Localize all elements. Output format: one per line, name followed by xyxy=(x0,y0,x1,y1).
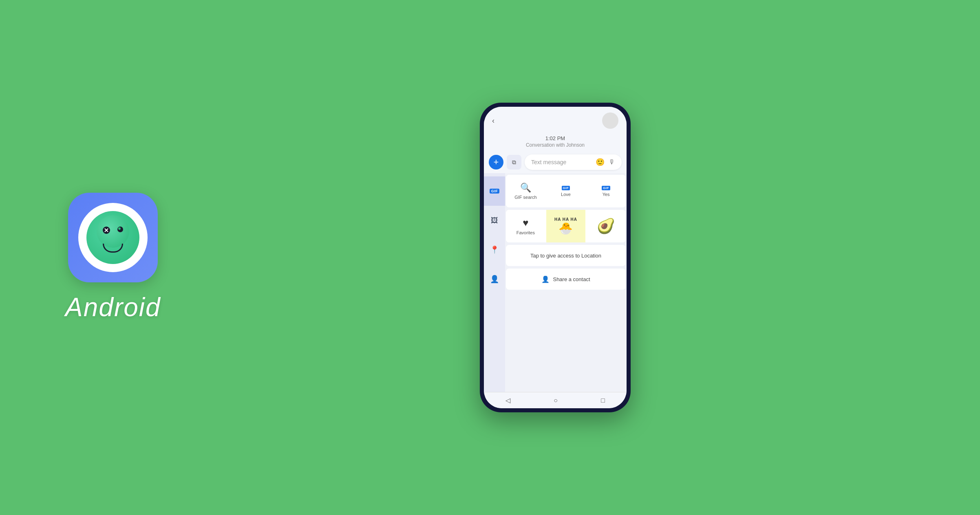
robot-left-eye xyxy=(103,227,110,234)
avocado-sticker: 🥑 xyxy=(597,218,615,235)
phone-screen: ‹ 1:02 PM Conversation with Johnson + ⧉ … xyxy=(484,107,627,408)
sidebar-item-gif[interactable]: GIF xyxy=(484,176,505,206)
text-input-field[interactable]: Text message 🙂 🎙 xyxy=(525,154,622,170)
gif-yes-badge: GIF xyxy=(602,186,610,190)
phone-outer-shell: ‹ 1:02 PM Conversation with Johnson + ⧉ … xyxy=(480,103,631,412)
favorites-cell[interactable]: ♥ Favorites xyxy=(506,210,545,242)
back-arrow-icon[interactable]: ‹ xyxy=(492,117,494,125)
gif-love-cell[interactable]: GIF Love xyxy=(546,175,586,207)
conversation-header: 1:02 PM Conversation with Johnson xyxy=(484,130,627,151)
android-nav-bar: ◁ ○ □ xyxy=(484,392,627,408)
left-branding-section: Android xyxy=(65,193,161,322)
sticker-icon: 🖼 xyxy=(491,216,498,225)
content-area: 🔍 GIF search GIF Love GIF Yes xyxy=(505,173,627,392)
robot-eyes xyxy=(86,227,139,234)
conversation-subtitle: Conversation with Johnson xyxy=(484,142,627,148)
gif-badge-icon: GIF xyxy=(490,189,500,194)
location-icon: 📍 xyxy=(490,245,499,254)
add-button[interactable]: + xyxy=(489,155,503,169)
home-nav-icon[interactable]: ○ xyxy=(554,397,558,404)
gif-love-label: Love xyxy=(561,192,571,197)
sidebar-item-location[interactable]: 📍 xyxy=(484,235,505,264)
app-icon xyxy=(68,193,158,282)
gif-search-cell[interactable]: 🔍 GIF search xyxy=(506,175,545,207)
location-row[interactable]: Tap to give access to Location xyxy=(506,245,626,266)
gif-search-label: GIF search xyxy=(514,195,536,200)
phone-mockup: ‹ 1:02 PM Conversation with Johnson + ⧉ … xyxy=(480,103,631,412)
recents-nav-icon[interactable]: □ xyxy=(601,397,605,404)
copy-icon: ⧉ xyxy=(512,159,516,166)
gif-yes-cell[interactable]: GIF Yes xyxy=(586,175,626,207)
copy-button[interactable]: ⧉ xyxy=(507,155,521,169)
gif-yes-label: Yes xyxy=(603,192,610,197)
robot-right-eye xyxy=(117,227,123,232)
sidebar-item-contact[interactable]: 👤 xyxy=(484,264,505,294)
sticker-grid: ♥ Favorites HA HA HA 🐣 🥑 xyxy=(506,210,626,242)
contact-icon: 👤 xyxy=(490,275,499,284)
ha-sticker-cell[interactable]: HA HA HA 🐣 xyxy=(546,210,586,242)
conversation-time: 1:02 PM xyxy=(484,135,627,141)
contact-person-icon: 👤 xyxy=(541,275,550,283)
text-input-placeholder: Text message xyxy=(531,159,566,165)
android-label: Android xyxy=(65,292,161,322)
ha-sticker-content: HA HA HA 🐣 xyxy=(554,217,577,235)
contact-label: Share a contact xyxy=(553,276,590,282)
input-icons: 🙂 🎙 xyxy=(596,158,615,167)
emoji-icon[interactable]: 🙂 xyxy=(596,158,605,167)
search-icon: 🔍 xyxy=(520,183,531,193)
robot-mouth xyxy=(103,244,123,253)
location-label: Tap to give access to Location xyxy=(530,253,601,259)
bottom-panel: GIF 🖼 📍 👤 xyxy=(484,173,627,392)
plus-icon: + xyxy=(494,157,499,167)
status-bar: ‹ xyxy=(484,107,627,130)
avocado-cell[interactable]: 🥑 xyxy=(586,210,626,242)
contact-row[interactable]: 👤 Share a contact xyxy=(506,269,626,290)
robot-face xyxy=(86,211,139,264)
gif-love-badge: GIF xyxy=(562,186,570,190)
gif-grid: 🔍 GIF search GIF Love GIF Yes xyxy=(506,175,626,207)
back-nav-icon[interactable]: ◁ xyxy=(505,396,510,404)
app-icon-inner xyxy=(78,203,148,272)
message-input-bar: + ⧉ Text message 🙂 🎙 xyxy=(484,151,627,173)
heart-icon: ♥ xyxy=(523,217,528,229)
side-nav: GIF 🖼 📍 👤 xyxy=(484,173,505,392)
mic-icon[interactable]: 🎙 xyxy=(609,158,615,166)
avatar xyxy=(602,112,618,129)
favorites-label: Favorites xyxy=(516,230,535,235)
sidebar-item-sticker[interactable]: 🖼 xyxy=(484,206,505,235)
